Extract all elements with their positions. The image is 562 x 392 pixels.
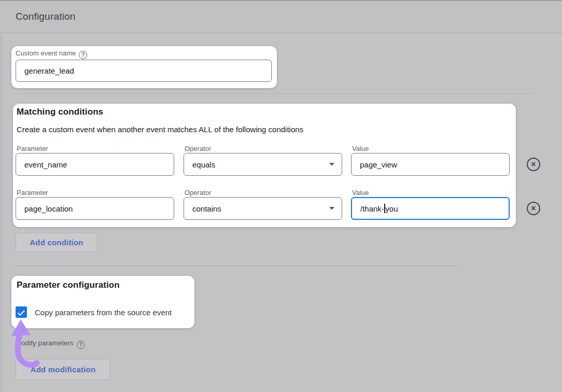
parameter-configuration-card: Parameter configuration Copy parameters … <box>11 276 194 328</box>
help-icon[interactable]: ? <box>79 51 87 59</box>
page-title: Configuration <box>16 11 76 22</box>
operator-select[interactable]: contains <box>184 197 342 220</box>
configuration-page: Configuration Custom event name? generat… <box>0 0 562 392</box>
remove-condition-button[interactable]: × <box>527 158 540 171</box>
operator-select[interactable]: equals <box>184 153 342 176</box>
value-label: Value <box>352 189 369 197</box>
caret-down-icon <box>329 207 334 210</box>
checkmark-icon <box>17 308 24 315</box>
copy-parameters-label: Copy parameters from the source event <box>35 308 172 317</box>
parameter-input[interactable]: page_location <box>16 197 174 220</box>
operator-label: Operator <box>185 189 211 197</box>
matching-conditions-card: Matching conditions Create a custom even… <box>13 104 516 227</box>
custom-event-name-input[interactable]: generate_lead <box>16 60 272 82</box>
custom-event-name-card: Custom event name? generate_lead <box>11 46 277 88</box>
parameter-label: Parameter <box>17 145 48 152</box>
section-divider <box>15 265 457 266</box>
section-divider <box>15 93 531 94</box>
matching-conditions-title: Matching conditions <box>17 107 103 117</box>
value-input-focused[interactable]: /thank-you <box>351 197 510 220</box>
operator-label: Operator <box>185 145 211 152</box>
help-icon[interactable]: ? <box>77 341 85 349</box>
remove-condition-button[interactable]: × <box>527 202 540 215</box>
caret-down-icon <box>329 163 334 166</box>
close-icon: × <box>531 204 536 213</box>
page-header: Configuration <box>0 1 562 33</box>
value-input[interactable]: page_view <box>351 153 510 176</box>
left-pane-edge <box>0 34 4 392</box>
copy-parameters-checkbox[interactable] <box>16 306 27 318</box>
custom-event-name-value: generate_lead <box>24 66 74 75</box>
parameter-configuration-title: Parameter configuration <box>17 280 120 290</box>
matching-conditions-description: Create a custom event when another event… <box>17 125 303 134</box>
parameter-label: Parameter <box>17 189 48 197</box>
close-icon: × <box>531 160 536 169</box>
parameter-input[interactable]: event_name <box>16 153 174 176</box>
add-modification-button[interactable]: Add modification <box>16 359 110 380</box>
custom-event-name-label: Custom event name? <box>16 49 87 59</box>
add-condition-button[interactable]: Add condition <box>16 233 97 252</box>
modify-parameters-label: Modify parameters? <box>16 339 85 349</box>
value-label: Value <box>352 145 369 152</box>
